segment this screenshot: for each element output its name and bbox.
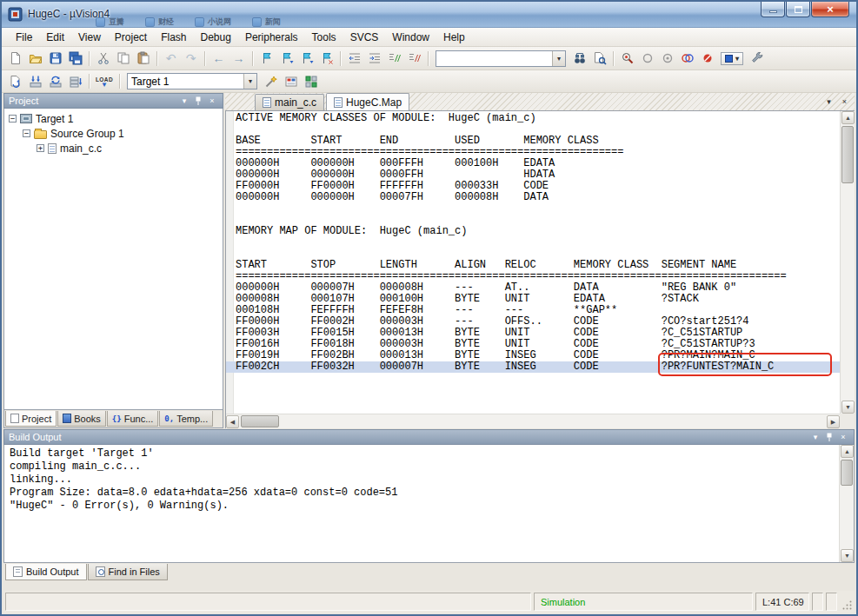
cut-icon[interactable] bbox=[93, 49, 113, 68]
breakpoint-disable-all-icon[interactable] bbox=[677, 49, 697, 68]
map-line: 000000H 000000H 00007FH 000008H DATA bbox=[226, 192, 840, 203]
breakpoint-enable-icon[interactable] bbox=[657, 49, 677, 68]
options-for-target-icon[interactable] bbox=[261, 72, 281, 91]
panel-chevron-button[interactable]: ▾ bbox=[809, 432, 821, 443]
target-dropdown-button[interactable]: ▾ bbox=[243, 74, 256, 89]
menu-item[interactable]: SVCS bbox=[343, 30, 386, 45]
find-icon[interactable] bbox=[589, 49, 609, 68]
tree-expander[interactable]: + bbox=[37, 144, 44, 152]
tree-item[interactable]: + main_c.c bbox=[4, 141, 223, 156]
maximize-button[interactable] bbox=[786, 2, 810, 17]
uncomment-icon[interactable] bbox=[404, 49, 424, 68]
rebuild-all-icon[interactable] bbox=[45, 72, 65, 91]
arrow-up-icon: ▲ bbox=[844, 448, 850, 454]
output-tab[interactable]: Build Output bbox=[5, 564, 87, 580]
scroll-left-button[interactable]: ◀ bbox=[226, 415, 239, 428]
unindent-icon[interactable] bbox=[344, 49, 364, 68]
panel-chevron-button[interactable]: ▾ bbox=[178, 96, 190, 107]
search-dropdown-button[interactable]: ▾ bbox=[552, 51, 565, 66]
navigate-forward-icon[interactable]: → bbox=[229, 49, 249, 68]
menu-item[interactable]: Window bbox=[385, 30, 436, 45]
horizontal-scroll-thumb[interactable] bbox=[241, 415, 279, 427]
navigate-back-icon[interactable]: ← bbox=[209, 49, 229, 68]
scroll-down-button[interactable]: ▼ bbox=[841, 401, 855, 414]
title-bar[interactable]: HugeC - µVision4 豆瓣财经小说网新闻 × bbox=[2, 2, 856, 28]
editor-tabbar-controls: ▾ × bbox=[822, 96, 851, 108]
tree-item[interactable]: − Source Group 1 bbox=[4, 126, 223, 141]
open-file-icon[interactable] bbox=[25, 49, 45, 68]
minimize-button[interactable] bbox=[761, 2, 785, 17]
menu-item[interactable]: Edit bbox=[39, 30, 71, 45]
translate-file-icon[interactable] bbox=[5, 72, 25, 91]
bookmark-toggle-icon[interactable] bbox=[256, 49, 276, 68]
close-document-button[interactable]: × bbox=[838, 96, 851, 108]
save-icon[interactable] bbox=[45, 49, 65, 68]
download-to-flash-button[interactable]: LOAD ▼ bbox=[93, 72, 116, 91]
editor-tab[interactable]: main_c.c bbox=[255, 94, 324, 110]
tree-item[interactable]: − Target 1 bbox=[4, 111, 223, 126]
bookmark-clear-icon[interactable] bbox=[316, 49, 336, 68]
scroll-right-button[interactable]: ▶ bbox=[827, 415, 840, 428]
build-vertical-scrollbar[interactable]: ▲ ▼ bbox=[839, 445, 854, 562]
menu-item[interactable]: Help bbox=[436, 30, 472, 45]
indent-icon[interactable] bbox=[364, 49, 384, 68]
tab-list-dropdown-button[interactable]: ▾ bbox=[822, 96, 835, 108]
menu-item[interactable]: Debug bbox=[194, 30, 238, 45]
search-input[interactable] bbox=[436, 52, 552, 64]
menu-item[interactable]: Tools bbox=[305, 30, 343, 45]
project-tree[interactable]: − Target 1 − Source Group 1 + main_c.c bbox=[3, 109, 223, 410]
menu-item[interactable]: Project bbox=[108, 30, 154, 45]
resize-grip[interactable] bbox=[840, 593, 853, 611]
breakpoint-toggle-icon[interactable] bbox=[637, 49, 657, 68]
panel-pin-button[interactable] bbox=[823, 432, 835, 443]
incremental-find-icon[interactable] bbox=[617, 49, 637, 68]
panel-close-button[interactable]: × bbox=[837, 432, 849, 443]
undo-icon[interactable]: ↶ bbox=[161, 49, 181, 68]
panel-pin-button[interactable] bbox=[192, 96, 204, 107]
breakpoint-kill-all-icon[interactable] bbox=[697, 49, 717, 68]
bookmark-next-icon[interactable] bbox=[296, 49, 316, 68]
configure-wrench-icon[interactable] bbox=[747, 49, 767, 68]
debug-windows-dropdown[interactable]: ▾ bbox=[721, 52, 743, 65]
output-tab-icon bbox=[13, 566, 23, 577]
panel-tab[interactable]: 0, Temp... bbox=[159, 411, 213, 427]
map-file-view[interactable]: ACTIVE MEMORY CLASSES OF MODULE: HugeC (… bbox=[226, 111, 840, 414]
save-all-icon[interactable] bbox=[65, 49, 85, 68]
panel-tab[interactable]: {} Func... bbox=[107, 411, 158, 427]
panel-tab-label: Project bbox=[22, 414, 51, 424]
batch-build-icon[interactable] bbox=[65, 72, 85, 91]
tree-expander[interactable]: − bbox=[23, 129, 30, 137]
document-icon bbox=[334, 97, 343, 108]
menu-item[interactable]: Peripherals bbox=[238, 30, 305, 45]
scroll-down-button[interactable]: ▼ bbox=[841, 549, 854, 562]
manage-rte-icon[interactable] bbox=[301, 72, 321, 91]
menu-item[interactable]: View bbox=[71, 30, 108, 45]
target-select-input[interactable] bbox=[128, 76, 243, 88]
output-tab[interactable]: Find in Files bbox=[88, 564, 168, 580]
copy-icon[interactable] bbox=[113, 49, 133, 68]
new-file-icon[interactable] bbox=[5, 49, 25, 68]
vertical-scroll-thumb[interactable] bbox=[841, 460, 853, 486]
vertical-scroll-thumb[interactable] bbox=[841, 126, 854, 183]
file-extensions-icon[interactable] bbox=[281, 72, 301, 91]
menu-item[interactable]: File bbox=[9, 30, 39, 45]
scroll-up-button[interactable]: ▲ bbox=[841, 111, 855, 124]
menu-item[interactable]: Flash bbox=[154, 30, 193, 45]
paste-icon[interactable] bbox=[133, 49, 153, 68]
tree-expander[interactable]: − bbox=[9, 115, 17, 123]
panel-tab[interactable]: Project bbox=[5, 411, 57, 427]
editor-tab[interactable]: HugeC.Map bbox=[326, 93, 409, 110]
editor-vertical-scrollbar[interactable]: ▲ ▼ bbox=[840, 111, 855, 414]
panel-tab[interactable]: Books bbox=[57, 411, 106, 427]
redo-icon[interactable]: ↷ bbox=[181, 49, 201, 68]
find-in-files-icon[interactable] bbox=[569, 49, 589, 68]
comment-icon[interactable] bbox=[384, 49, 404, 68]
scroll-up-button[interactable]: ▲ bbox=[841, 445, 854, 458]
build-target-icon[interactable] bbox=[25, 72, 45, 91]
bookmark-prev-icon[interactable] bbox=[276, 49, 296, 68]
editor-horizontal-scrollbar[interactable]: ◀ ▶ bbox=[226, 414, 840, 428]
panel-close-button[interactable]: × bbox=[206, 96, 218, 107]
app-icon bbox=[8, 7, 23, 22]
close-button[interactable]: × bbox=[811, 2, 849, 17]
build-output-content[interactable]: Build target 'Target 1'compiling main_c.… bbox=[3, 445, 855, 563]
